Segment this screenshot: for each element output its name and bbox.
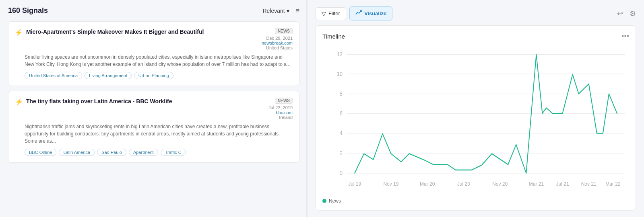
- card-2-header: ⚡ The tiny flats taking over Latin Ameri…: [15, 98, 293, 120]
- svg-text:Jul 21: Jul 21: [556, 181, 569, 187]
- tag-bbc[interactable]: BBC Online: [25, 149, 56, 156]
- card-1-meta: NEWS Dec 29, 2021 newsbreak.com United S…: [262, 28, 293, 50]
- relevant-label: Relevant: [262, 8, 285, 14]
- svg-text:0: 0: [340, 170, 343, 176]
- card-1-title: Micro-Apartment's Simple Makeover Makes …: [26, 28, 204, 36]
- svg-text:Mar 22: Mar 22: [605, 181, 620, 187]
- timeline-card: Timeline ••• 12 10 8 6 4 2 0: [316, 25, 636, 211]
- svg-text:Jul 19: Jul 19: [348, 181, 361, 187]
- svg-text:2: 2: [340, 149, 343, 156]
- tag-urban[interactable]: Urban Planning: [134, 72, 173, 79]
- right-top-bar: ▽ Filter Visualize ↩ ⚙: [316, 6, 636, 20]
- svg-text:Nov 21: Nov 21: [581, 181, 597, 187]
- card-1-tags: United States of America Living Arrangem…: [25, 72, 293, 79]
- card-2-meta: NEWS Jul 22, 2019 bbc.com Ireland: [268, 98, 293, 120]
- svg-text:4: 4: [340, 129, 343, 136]
- chart-area: 12 10 8 6 4 2 0 Jul 19 Nov 19 Mar 20 Jul…: [322, 45, 629, 195]
- timeline-chart: 12 10 8 6 4 2 0 Jul 19 Nov 19 Mar 20 Jul…: [322, 45, 629, 195]
- card-2-country: Ireland: [268, 115, 293, 120]
- svg-text:8: 8: [340, 90, 343, 97]
- top-bar-right: Relevant ▾ ≡: [262, 7, 299, 14]
- chart-icon: [355, 10, 362, 17]
- card-2-title: The tiny flats taking over Latin America…: [26, 98, 172, 106]
- lightning-icon-2: ⚡: [15, 98, 23, 106]
- svg-text:Mar 20: Mar 20: [420, 181, 435, 187]
- tag-usa[interactable]: United States of America: [25, 72, 82, 79]
- card-1-header: ⚡ Micro-Apartment's Simple Makeover Make…: [15, 28, 293, 50]
- left-panel: 160 Signals Relevant ▾ ≡ ⚡ Micro-Apartme…: [0, 0, 306, 217]
- card-2-title-row: ⚡ The tiny flats taking over Latin Ameri…: [15, 98, 264, 106]
- card-1-country: United States: [262, 45, 293, 50]
- tag-apartment[interactable]: Apartment: [129, 149, 158, 156]
- sort-icon[interactable]: ≡: [296, 7, 299, 14]
- card-2-description: Nightmarish traffic jams and skyrocketin…: [25, 123, 293, 145]
- card-1-badge: NEWS: [275, 28, 293, 34]
- right-top-icons: ↩ ⚙: [617, 9, 636, 18]
- svg-text:6: 6: [340, 110, 343, 117]
- timeline-title: Timeline: [322, 33, 345, 40]
- filter-button[interactable]: ▽ Filter: [316, 7, 346, 20]
- visualize-button[interactable]: Visualize: [349, 6, 392, 20]
- filter-funnel-icon: ▽: [322, 10, 326, 17]
- card-1-source: newsbreak.com: [262, 41, 293, 45]
- signals-count: 160 Signals: [8, 6, 48, 15]
- svg-text:Mar 21: Mar 21: [529, 181, 544, 187]
- timeline-header: Timeline •••: [322, 32, 629, 41]
- top-bar: 160 Signals Relevant ▾ ≡: [8, 6, 299, 15]
- tag-latin-america[interactable]: Latin America: [59, 149, 95, 156]
- card-2-tags: BBC Online Latin America São Paulo Apart…: [25, 149, 293, 156]
- card-2-badge: NEWS: [275, 98, 293, 104]
- legend-dot-news: [322, 199, 326, 203]
- svg-text:12: 12: [337, 51, 343, 57]
- relevant-button[interactable]: Relevant ▾: [262, 8, 289, 14]
- chevron-down-icon: ▾: [287, 8, 289, 14]
- card-1-date: Dec 29, 2021: [262, 36, 293, 41]
- lightning-icon: ⚡: [15, 29, 23, 36]
- filter-label: Filter: [328, 10, 340, 16]
- legend-label-news: News: [329, 198, 341, 204]
- svg-text:Nov 20: Nov 20: [492, 181, 508, 187]
- svg-text:Jul 20: Jul 20: [457, 181, 470, 187]
- card-2-source: bbc.com: [268, 110, 293, 115]
- tag-traffic[interactable]: Traffic C: [161, 149, 186, 156]
- card-1-title-row: ⚡ Micro-Apartment's Simple Makeover Make…: [15, 28, 257, 36]
- right-top-actions: ▽ Filter Visualize: [316, 6, 392, 20]
- tag-sao-paulo[interactable]: São Paulo: [97, 149, 126, 156]
- chart-legend: News: [322, 198, 629, 204]
- svg-text:Nov 19: Nov 19: [383, 181, 398, 187]
- news-card-1: ⚡ Micro-Apartment's Simple Makeover Make…: [8, 21, 299, 86]
- gear-button[interactable]: ⚙: [630, 9, 636, 18]
- tag-living[interactable]: Living Arrangement: [85, 72, 132, 79]
- undo-button[interactable]: ↩: [617, 9, 623, 18]
- timeline-more-button[interactable]: •••: [621, 32, 629, 41]
- svg-text:10: 10: [337, 70, 343, 77]
- news-card-2: ⚡ The tiny flats taking over Latin Ameri…: [8, 91, 299, 163]
- card-1-description: Smaller living spaces are not uncommon i…: [25, 53, 293, 68]
- card-2-date: Jul 22, 2019: [268, 105, 293, 110]
- visualize-label: Visualize: [364, 10, 386, 16]
- right-panel: ▽ Filter Visualize ↩ ⚙ Timeline •••: [308, 0, 644, 217]
